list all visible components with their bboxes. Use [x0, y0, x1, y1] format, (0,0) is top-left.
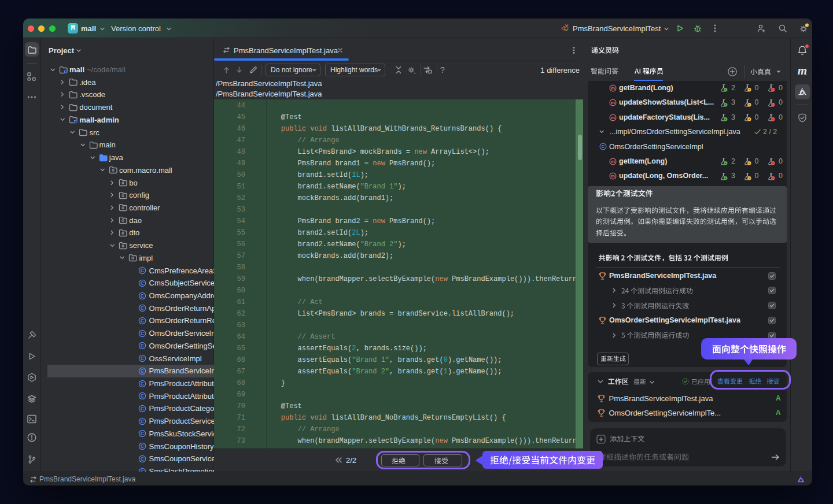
- svg-text:m: m: [611, 159, 615, 164]
- svg-text:C: C: [141, 406, 144, 412]
- svg-text:C: C: [141, 369, 144, 374]
- svg-text:C: C: [141, 331, 144, 336]
- svg-text:C: C: [141, 318, 144, 324]
- svg-text:m: m: [611, 86, 615, 91]
- svg-text:C: C: [141, 268, 144, 273]
- svg-text:C: C: [141, 343, 144, 349]
- svg-text:C: C: [141, 431, 144, 436]
- svg-text:C: C: [141, 381, 144, 386]
- svg-text:m: m: [611, 173, 615, 179]
- svg-text:C: C: [141, 356, 144, 361]
- svg-text:m: m: [611, 100, 615, 105]
- svg-text:C: C: [141, 394, 144, 399]
- svg-text:m: m: [611, 115, 615, 120]
- svg-text:C: C: [141, 444, 144, 449]
- svg-text:C: C: [141, 306, 144, 311]
- svg-text:C: C: [141, 293, 144, 298]
- svg-text:C: C: [602, 144, 605, 150]
- svg-text:C: C: [141, 280, 144, 286]
- svg-text:C: C: [141, 457, 144, 462]
- svg-text:C: C: [141, 418, 144, 424]
